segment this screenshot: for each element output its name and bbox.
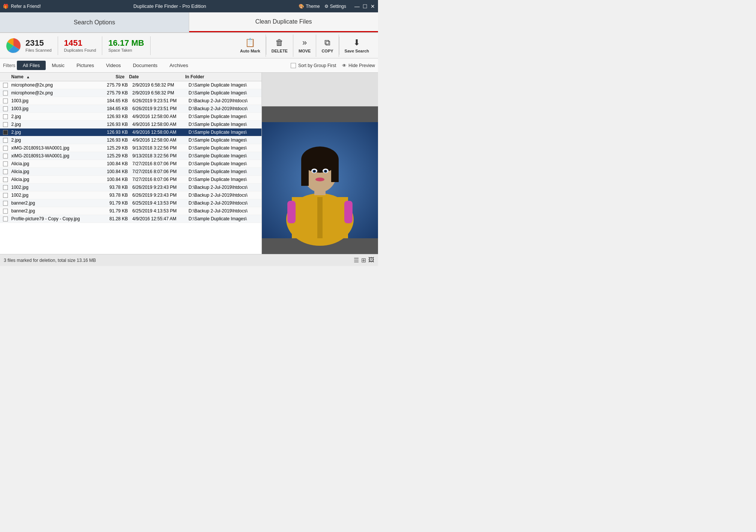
- file-rows[interactable]: microphone@2x.png275.79 KB2/9/2019 6:58:…: [0, 81, 261, 254]
- copy-button[interactable]: ⧉ COPY: [316, 34, 339, 57]
- hide-preview-button[interactable]: 👁 Hide Preview: [342, 63, 375, 68]
- filter-pictures[interactable]: Pictures: [70, 61, 100, 70]
- files-scanned-stat: 2315 Files Scanned: [4, 36, 58, 55]
- row-checkbox[interactable]: [3, 83, 8, 88]
- files-scanned-label: Files Scanned: [25, 48, 52, 52]
- theme-button[interactable]: 🎨 Theme: [299, 4, 320, 9]
- settings-button[interactable]: ⚙ Settings: [324, 4, 346, 9]
- row-name: 2.jpg: [11, 122, 99, 127]
- row-checkbox[interactable]: [3, 209, 8, 214]
- table-row[interactable]: 1003.jpg184.65 KB6/26/2019 9:23:51 PMD:\…: [0, 97, 261, 105]
- table-row[interactable]: microphone@2x.png275.79 KB2/9/2019 6:58:…: [0, 81, 261, 89]
- row-checkbox[interactable]: [3, 169, 8, 174]
- table-row[interactable]: Alicia.jpg100.84 KB7/27/2016 8:07:06 PMD…: [0, 160, 261, 168]
- table-row[interactable]: 1002.jpg93.78 KB6/26/2019 9:23:43 PMD:\B…: [0, 191, 261, 199]
- row-folder: D:\Sample Duplicate Images\: [188, 90, 258, 96]
- header-size[interactable]: Size: [95, 74, 129, 79]
- row-checkbox[interactable]: [3, 154, 8, 158]
- filter-music[interactable]: Music: [46, 61, 70, 70]
- table-row[interactable]: 2.jpg126.93 KB4/9/2016 12:58:00 AMD:\Sam…: [0, 129, 261, 136]
- row-checkbox[interactable]: [3, 91, 8, 96]
- table-row[interactable]: 2.jpg126.93 KB4/9/2016 12:58:00 AMD:\Sam…: [0, 121, 261, 129]
- row-date: 4/9/2016 12:58:00 AM: [132, 130, 188, 135]
- row-date: 7/27/2016 8:07:06 PM: [132, 169, 188, 174]
- row-date: 2/9/2019 6:58:32 PM: [132, 82, 188, 88]
- refer-label[interactable]: Refer a Friend!: [11, 4, 41, 9]
- move-button[interactable]: » MOVE: [293, 34, 316, 57]
- row-date: 6/26/2019 9:23:51 PM: [132, 106, 188, 111]
- row-checkbox[interactable]: [3, 138, 8, 143]
- row-checkbox[interactable]: [3, 185, 8, 190]
- titlebar-right: 🎨 Theme ⚙ Settings — ☐ ✕: [299, 3, 375, 9]
- table-row[interactable]: Profile-picture79 - Copy - Copy.jpg81.28…: [0, 215, 261, 223]
- minimize-button[interactable]: —: [354, 3, 360, 9]
- preview-image: [262, 106, 378, 254]
- row-date: 4/9/2016 12:58:00 AM: [132, 122, 188, 127]
- tab-clean-duplicates[interactable]: Clean Duplicate Files: [189, 12, 378, 32]
- row-folder: D:\Sample Duplicate Images\: [188, 145, 258, 151]
- file-list: Name ▲ Size Date In Folder microphone@2x…: [0, 73, 262, 254]
- delete-icon: 🗑: [275, 38, 284, 48]
- header-folder[interactable]: In Folder: [185, 74, 252, 79]
- tab-search-options[interactable]: Search Options: [0, 12, 189, 32]
- delete-button[interactable]: 🗑 DELETE: [266, 34, 293, 57]
- row-checkbox[interactable]: [3, 114, 8, 119]
- table-row[interactable]: Alicia.jpg100.84 KB7/27/2016 8:07:06 PMD…: [0, 168, 261, 176]
- row-folder: D:\Sample Duplicate Images\: [188, 153, 258, 158]
- table-row[interactable]: 1002.jpg93.78 KB6/26/2019 9:23:43 PMD:\B…: [0, 184, 261, 191]
- table-row[interactable]: 1003.jpg184.65 KB6/26/2019 9:23:51 PMD:\…: [0, 105, 261, 113]
- table-row[interactable]: xIMG-20180913-WA0001.jpg125.29 KB9/13/20…: [0, 144, 261, 152]
- row-checkbox[interactable]: [3, 177, 8, 182]
- row-size: 100.84 KB: [99, 161, 132, 166]
- row-checkbox[interactable]: [3, 99, 8, 103]
- filter-archives[interactable]: Archives: [163, 61, 194, 70]
- titlebar-left: 🎁 Refer a Friend!: [3, 4, 41, 9]
- row-folder: D:\Sample Duplicate Images\: [188, 161, 258, 166]
- svg-rect-16: [287, 201, 296, 223]
- pie-chart-icon: [5, 37, 22, 54]
- row-name: 1003.jpg: [11, 106, 99, 111]
- statusbar-right: ☰ ⊞ 🖼: [354, 257, 374, 264]
- row-date: 9/13/2018 3:22:56 PM: [132, 153, 188, 158]
- row-checkbox[interactable]: [3, 161, 8, 166]
- svg-point-15: [315, 178, 324, 181]
- row-size: 126.93 KB: [99, 130, 132, 135]
- close-button[interactable]: ✕: [371, 3, 375, 9]
- preview-svg: [262, 106, 378, 254]
- row-checkbox[interactable]: [3, 201, 8, 206]
- automark-button[interactable]: 📋 Auto Mark: [235, 34, 266, 57]
- filter-documents[interactable]: Documents: [127, 61, 164, 70]
- table-row[interactable]: banner2.jpg91.79 KB6/25/2019 4:13:53 PMD…: [0, 207, 261, 215]
- copy-icon: ⧉: [324, 38, 330, 48]
- table-row[interactable]: microphone@2x.png275.79 KB2/9/2019 6:58:…: [0, 89, 261, 97]
- sort-by-group-checkbox[interactable]: [291, 63, 296, 68]
- svg-rect-17: [344, 201, 353, 223]
- row-checkbox[interactable]: [3, 130, 8, 135]
- list-view-button[interactable]: ☰: [354, 257, 359, 264]
- row-folder: D:\Backup 2-Jul-2019\htdocs\: [188, 106, 258, 111]
- row-name: banner2.jpg: [11, 200, 99, 206]
- svg-rect-18: [317, 197, 323, 238]
- table-row[interactable]: 2.jpg126.93 KB4/9/2016 12:58:00 AMD:\Sam…: [0, 113, 261, 121]
- header-name[interactable]: Name ▲: [11, 74, 95, 79]
- grid-view-button[interactable]: ⊞: [361, 257, 366, 264]
- preview-view-button[interactable]: 🖼: [368, 257, 374, 264]
- row-date: 6/26/2019 9:23:43 PM: [132, 193, 188, 198]
- table-row[interactable]: 2.jpg126.93 KB4/9/2016 12:58:00 AMD:\Sam…: [0, 136, 261, 144]
- row-checkbox[interactable]: [3, 217, 8, 221]
- maximize-button[interactable]: ☐: [363, 3, 368, 9]
- row-checkbox[interactable]: [3, 122, 8, 127]
- table-row[interactable]: xIMG-20180913-WA0001.jpg125.29 KB9/13/20…: [0, 152, 261, 160]
- row-checkbox[interactable]: [3, 193, 8, 198]
- row-size: 275.79 KB: [99, 90, 132, 96]
- table-row[interactable]: Alicia.jpg100.84 KB7/27/2016 8:07:06 PMD…: [0, 176, 261, 184]
- filter-all-files[interactable]: All Files: [17, 61, 46, 70]
- save-search-button[interactable]: ⬇ Save Search: [339, 34, 374, 57]
- main-area: Name ▲ Size Date In Folder microphone@2x…: [0, 73, 378, 254]
- row-checkbox[interactable]: [3, 106, 8, 111]
- table-row[interactable]: banner2.jpg91.79 KB6/25/2019 4:13:53 PMD…: [0, 199, 261, 207]
- row-size: 93.78 KB: [99, 193, 132, 198]
- header-date[interactable]: Date: [129, 74, 185, 79]
- filter-videos[interactable]: Videos: [100, 61, 127, 70]
- row-checkbox[interactable]: [3, 146, 8, 151]
